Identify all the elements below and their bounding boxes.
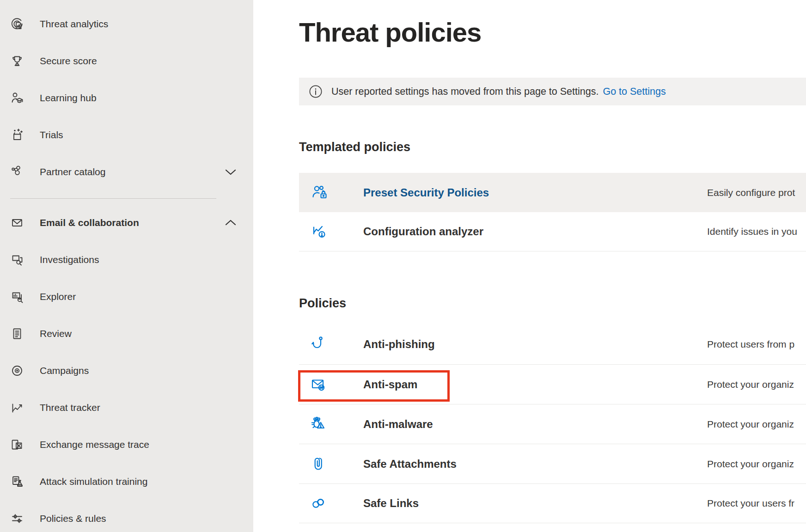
sidebar-item-label: Partner catalog — [40, 166, 105, 177]
sidebar-item-label: Trials — [40, 129, 63, 141]
sidebar-item-label: Investigations — [40, 254, 99, 265]
campaigns-icon — [9, 363, 25, 379]
sidebar-item-attack-simulation-training[interactable]: Attack simulation training — [0, 463, 253, 500]
investigations-icon — [9, 252, 25, 268]
policy-row-label[interactable]: Anti-phishing — [363, 338, 435, 351]
sidebar-item-investigations[interactable]: Investigations — [0, 241, 253, 278]
sidebar-item-email-collaboration[interactable]: Email & collaboration — [0, 204, 253, 241]
policy-row-description: Protect your users fr — [707, 498, 794, 509]
trials-icon — [9, 127, 25, 143]
sidebar-item-label: Campaigns — [40, 365, 89, 376]
partner-catalog-icon — [9, 164, 25, 180]
policy-row-label[interactable]: Anti-spam — [363, 378, 417, 391]
info-banner: User reported settings has moved from th… — [299, 78, 806, 105]
sidebar-item-secure-score[interactable]: Secure score — [0, 43, 253, 79]
sidebar-item-label: Explorer — [40, 291, 76, 302]
policy-row-label[interactable]: Preset Security Policies — [363, 186, 489, 199]
sidebar-item-review[interactable]: Review — [0, 315, 253, 352]
policy-row-anti-malware[interactable]: Anti-malware Protect your organiz — [299, 404, 806, 444]
sidebar-item-partner-catalog[interactable]: Partner catalog — [0, 153, 253, 190]
templated-policies-table: Preset Security Policies Easily configur… — [299, 173, 806, 251]
trophy-icon — [9, 53, 25, 69]
sliders-icon — [9, 511, 25, 526]
policy-row-label[interactable]: Configuration analyzer — [363, 225, 483, 238]
sidebar-nav: Threat analytics Secure score Learning h… — [0, 0, 253, 532]
banner-text: User reported settings has moved from th… — [331, 86, 598, 98]
section-heading-templated-policies: Templated policies — [299, 140, 410, 154]
threat-tracker-icon — [9, 400, 25, 416]
preset-security-policies-icon — [309, 183, 329, 203]
sidebar-item-label: Attack simulation training — [40, 476, 147, 487]
info-icon — [309, 85, 323, 98]
main-content: Threat policies User reported settings h… — [253, 0, 806, 532]
policy-row-configuration-analyzer[interactable]: Configuration analyzer Identify issues i… — [299, 212, 806, 251]
exchange-icon: E — [9, 437, 25, 453]
sidebar-item-label: Exchange message trace — [40, 439, 149, 450]
policy-row-label[interactable]: Safe Links — [363, 497, 419, 510]
go-to-settings-link[interactable]: Go to Settings — [603, 86, 666, 98]
sidebar-item-label: Learning hub — [40, 92, 97, 104]
review-icon — [9, 326, 25, 342]
sidebar-item-label: Threat analytics — [40, 18, 108, 30]
policy-row-description: Identify issues in you — [707, 226, 797, 237]
sidebar-item-label: Review — [40, 328, 72, 339]
threat-analytics-icon — [9, 16, 25, 32]
policy-row-label[interactable]: Safe Attachments — [363, 458, 457, 471]
sidebar-item-explorer[interactable]: Explorer — [0, 278, 253, 315]
configuration-analyzer-icon — [309, 221, 329, 242]
envelope-icon — [9, 215, 25, 231]
policy-row-description: Easily configure prot — [707, 187, 795, 198]
policy-row-preset-security-policies[interactable]: Preset Security Policies Easily configur… — [299, 173, 806, 212]
sidebar: Threat analytics Secure score Learning h… — [0, 0, 253, 532]
sidebar-item-label: Threat tracker — [40, 402, 100, 413]
explorer-icon — [9, 289, 25, 305]
policy-row-description: Protect your organiz — [707, 379, 794, 390]
sidebar-item-threat-analytics[interactable]: Threat analytics — [0, 6, 253, 43]
policy-row-description: Protect users from p — [707, 339, 794, 350]
section-heading-policies: Policies — [299, 296, 346, 311]
sidebar-item-threat-tracker[interactable]: Threat tracker — [0, 389, 253, 426]
sidebar-item-trials[interactable]: Trials — [0, 116, 253, 153]
safe-attachments-icon — [309, 454, 329, 474]
sidebar-item-label: Email & collaboration — [40, 217, 139, 228]
page-title: Threat policies — [299, 17, 481, 48]
policy-row-safe-attachments[interactable]: Safe Attachments Protect your organiz — [299, 444, 806, 483]
sidebar-item-policies-rules[interactable]: Policies & rules — [0, 500, 253, 532]
sidebar-divider — [10, 198, 216, 199]
chevron-down-icon — [225, 168, 237, 176]
policy-row-label[interactable]: Anti-malware — [363, 418, 433, 431]
learning-hub-icon — [9, 90, 25, 106]
anti-spam-icon — [309, 374, 329, 395]
chevron-up-icon — [225, 219, 237, 226]
safe-links-icon — [309, 493, 329, 514]
policy-row-anti-phishing[interactable]: Anti-phishing Protect users from p — [299, 324, 806, 364]
sidebar-item-label: Secure score — [40, 55, 97, 67]
sidebar-item-learning-hub[interactable]: Learning hub — [0, 79, 253, 116]
sidebar-item-label: Policies & rules — [40, 513, 106, 524]
anti-phishing-icon — [309, 334, 329, 355]
anti-malware-icon — [309, 414, 329, 434]
policy-row-description: Protect your organiz — [707, 419, 794, 430]
policy-row-anti-spam[interactable]: Anti-spam Protect your organiz — [299, 364, 806, 404]
policies-table: Anti-phishing Protect users from p Anti-… — [299, 324, 806, 523]
sidebar-item-exchange-message-trace[interactable]: E Exchange message trace — [0, 426, 253, 463]
policy-row-description: Protect your organiz — [707, 459, 794, 470]
policy-row-safe-links[interactable]: Safe Links Protect your users fr — [299, 483, 806, 523]
attack-simulation-icon — [9, 474, 25, 489]
sidebar-item-campaigns[interactable]: Campaigns — [0, 352, 253, 389]
